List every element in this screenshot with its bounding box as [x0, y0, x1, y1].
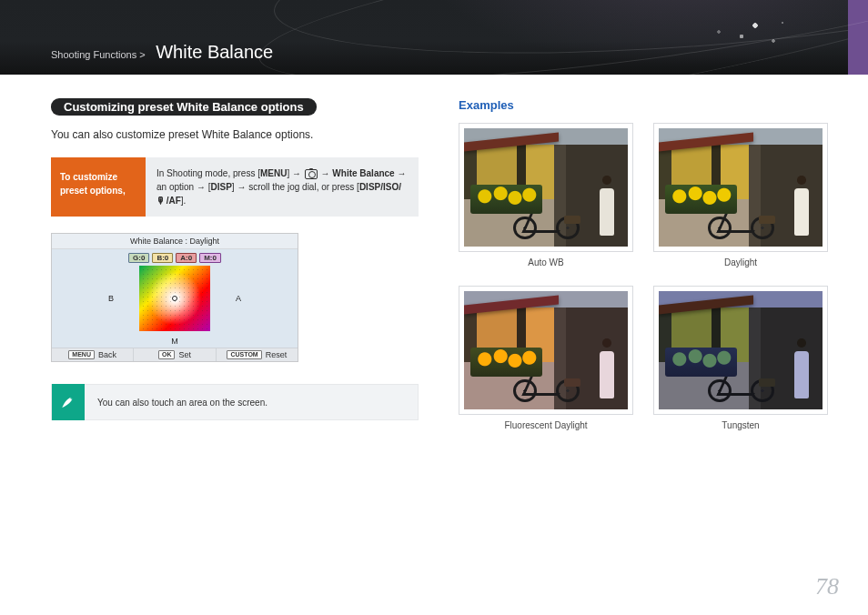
section-heading-pill: Customizing preset White Balance options	[51, 98, 317, 116]
picker-body: G:0 B:0 A:0 M:0 G B A M	[52, 249, 298, 348]
picker-title: White Balance : Daylight	[52, 234, 298, 249]
instruction-text: In Shooting mode, press [	[156, 168, 260, 178]
pen-icon	[52, 384, 85, 420]
instruction-text: ].	[181, 196, 187, 206]
example-caption: Fluorescent Daylight	[459, 420, 633, 430]
axis-a: A	[236, 294, 241, 303]
note-box: You can also touch an area on the screen…	[51, 384, 419, 420]
picker-value-pills: G:0 B:0 A:0 M:0	[128, 253, 221, 263]
wb-picker-screenshot: White Balance : Daylight G:0 B:0 A:0 M:0…	[51, 233, 298, 362]
breadcrumb-path: Shooting Functions >	[51, 49, 146, 60]
instruction-text: ] →	[287, 168, 303, 178]
disp-button-label: DISP	[210, 182, 231, 192]
picker-reset: CUSTOM Reset	[217, 348, 298, 361]
picker-set: OK Set	[134, 348, 216, 361]
example-fluorescent: Fluorescent Daylight	[459, 286, 633, 430]
ok-keycap: OK	[158, 350, 176, 359]
picker-back: MENU Back	[52, 348, 134, 361]
note-text: You can also touch an area on the screen…	[85, 398, 280, 408]
page-header: Shooting Functions > White Balance	[0, 0, 868, 75]
instruction-text: →	[318, 168, 333, 178]
color-swatch	[139, 266, 210, 331]
example-caption: Tungsten	[653, 420, 828, 430]
instruction-steps: In Shooting mode, press [MENU] → → White…	[146, 157, 419, 217]
example-daylight: Daylight	[653, 123, 828, 267]
example-tungsten: Tungsten	[653, 286, 828, 430]
picker-pill-g: G:0	[128, 253, 149, 263]
instruction-text: ] → scroll the jog dial, or press [	[232, 182, 359, 192]
example-auto-wb: Auto WB	[459, 123, 633, 267]
picker-cursor	[172, 296, 177, 301]
page-number: 78	[815, 573, 839, 600]
white-balance-label: White Balance	[332, 168, 394, 178]
axis-b: B	[108, 294, 114, 303]
menu-keycap: MENU	[68, 350, 95, 359]
page-title: White Balance	[156, 42, 273, 62]
examples-heading: Examples	[459, 98, 828, 112]
intro-text: You can also customize preset White Bala…	[51, 128, 419, 141]
picker-back-label: Back	[98, 350, 116, 359]
custom-keycap: CUSTOM	[227, 350, 261, 359]
axis-m: M	[171, 337, 178, 346]
example-caption: Daylight	[653, 257, 828, 267]
camera-icon	[305, 169, 318, 179]
example-caption: Auto WB	[459, 257, 633, 267]
menu-button-label: MENU	[260, 168, 287, 178]
section-tab	[848, 0, 868, 75]
picker-set-label: Set	[178, 350, 191, 359]
picker-footer: MENU Back OK Set CUSTOM Reset	[52, 348, 298, 361]
breadcrumb: Shooting Functions > White Balance	[51, 42, 273, 63]
instruction-label: To customize preset options,	[51, 157, 146, 217]
picker-pill-a: A:0	[176, 253, 197, 263]
picker-pill-m: M:0	[199, 253, 221, 263]
instruction-box: To customize preset options, In Shooting…	[51, 157, 419, 217]
picker-reset-label: Reset	[266, 350, 288, 359]
picker-pill-b: B:0	[152, 253, 173, 263]
examples-grid: Auto WB Daylight	[459, 123, 828, 430]
